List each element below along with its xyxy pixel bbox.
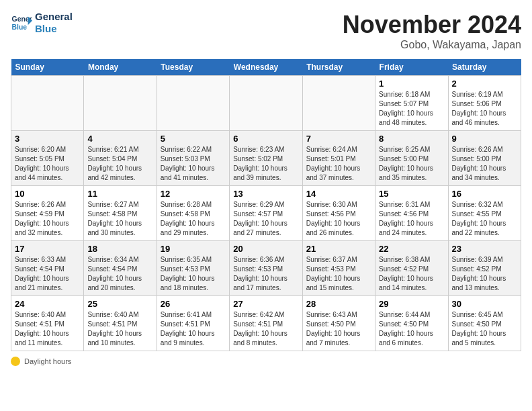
day-info-28: Sunrise: 6:43 AM Sunset: 4:50 PM Dayligh… (306, 310, 371, 348)
day-info-22: Sunrise: 6:38 AM Sunset: 4:52 PM Dayligh… (379, 255, 444, 293)
cell-4-2: 26Sunrise: 6:41 AM Sunset: 4:51 PM Dayli… (157, 296, 229, 351)
cell-3-5: 22Sunrise: 6:38 AM Sunset: 4:52 PM Dayli… (375, 241, 448, 296)
day-number-3: 3 (15, 134, 80, 144)
day-info-5: Sunrise: 6:22 AM Sunset: 5:03 PM Dayligh… (161, 145, 226, 183)
day-number-16: 16 (452, 189, 517, 199)
header-tuesday: Tuesday (157, 59, 229, 76)
day-info-17: Sunrise: 6:33 AM Sunset: 4:54 PM Dayligh… (15, 255, 80, 293)
day-number-14: 14 (306, 189, 371, 199)
day-info-11: Sunrise: 6:27 AM Sunset: 4:58 PM Dayligh… (87, 200, 152, 238)
calendar-body: 1Sunrise: 6:18 AM Sunset: 5:07 PM Daylig… (11, 76, 521, 351)
day-info-29: Sunrise: 6:44 AM Sunset: 4:50 PM Dayligh… (379, 310, 444, 348)
day-info-13: Sunrise: 6:29 AM Sunset: 4:57 PM Dayligh… (233, 200, 298, 238)
day-number-7: 7 (306, 134, 371, 144)
cell-2-5: 15Sunrise: 6:31 AM Sunset: 4:56 PM Dayli… (375, 186, 448, 241)
cell-0-1 (84, 76, 157, 131)
day-number-19: 19 (161, 244, 226, 254)
cell-4-4: 28Sunrise: 6:43 AM Sunset: 4:50 PM Dayli… (302, 296, 375, 351)
day-number-18: 18 (87, 244, 152, 254)
cell-1-1: 4Sunrise: 6:21 AM Sunset: 5:04 PM Daylig… (84, 131, 157, 186)
cell-1-0: 3Sunrise: 6:20 AM Sunset: 5:05 PM Daylig… (11, 131, 84, 186)
day-info-21: Sunrise: 6:37 AM Sunset: 4:53 PM Dayligh… (306, 255, 371, 293)
cell-0-5: 1Sunrise: 6:18 AM Sunset: 5:07 PM Daylig… (375, 76, 448, 131)
day-number-26: 26 (161, 299, 226, 309)
legend: Daylight hours (11, 357, 521, 366)
calendar-subtitle: Gobo, Wakayama, Japan (343, 39, 521, 51)
day-info-1: Sunrise: 6:18 AM Sunset: 5:07 PM Dayligh… (379, 90, 444, 128)
cell-2-0: 10Sunrise: 6:26 AM Sunset: 4:59 PM Dayli… (11, 186, 84, 241)
day-number-5: 5 (161, 134, 226, 144)
day-info-8: Sunrise: 6:25 AM Sunset: 5:00 PM Dayligh… (379, 145, 444, 183)
day-number-8: 8 (379, 134, 444, 144)
week-row-2: 3Sunrise: 6:20 AM Sunset: 5:05 PM Daylig… (11, 131, 521, 186)
header: General Blue General Blue November 2024 … (11, 11, 521, 51)
day-info-12: Sunrise: 6:28 AM Sunset: 4:58 PM Dayligh… (161, 200, 226, 238)
cell-0-6: 2Sunrise: 6:19 AM Sunset: 5:06 PM Daylig… (448, 76, 521, 131)
cell-3-4: 21Sunrise: 6:37 AM Sunset: 4:53 PM Dayli… (302, 241, 375, 296)
week-row-5: 24Sunrise: 6:40 AM Sunset: 4:51 PM Dayli… (11, 296, 521, 351)
cell-2-3: 13Sunrise: 6:29 AM Sunset: 4:57 PM Dayli… (230, 186, 302, 241)
day-info-19: Sunrise: 6:35 AM Sunset: 4:53 PM Dayligh… (161, 255, 226, 293)
day-info-20: Sunrise: 6:36 AM Sunset: 4:53 PM Dayligh… (233, 255, 298, 293)
day-info-25: Sunrise: 6:40 AM Sunset: 4:51 PM Dayligh… (87, 310, 152, 348)
cell-2-1: 11Sunrise: 6:27 AM Sunset: 4:58 PM Dayli… (84, 186, 157, 241)
calendar-table: Sunday Monday Tuesday Wednesday Thursday… (11, 59, 521, 351)
week-row-1: 1Sunrise: 6:18 AM Sunset: 5:07 PM Daylig… (11, 76, 521, 131)
legend-label: Daylight hours (24, 357, 71, 365)
header-friday: Friday (375, 59, 448, 76)
cell-1-6: 9Sunrise: 6:26 AM Sunset: 5:00 PM Daylig… (448, 131, 521, 186)
day-number-29: 29 (379, 299, 444, 309)
day-number-1: 1 (379, 79, 444, 89)
day-info-10: Sunrise: 6:26 AM Sunset: 4:59 PM Dayligh… (15, 200, 80, 238)
day-number-25: 25 (87, 299, 152, 309)
day-info-6: Sunrise: 6:23 AM Sunset: 5:02 PM Dayligh… (233, 145, 298, 183)
day-number-11: 11 (87, 189, 152, 199)
day-info-9: Sunrise: 6:26 AM Sunset: 5:00 PM Dayligh… (452, 145, 517, 183)
day-number-21: 21 (306, 244, 371, 254)
calendar-header: Sunday Monday Tuesday Wednesday Thursday… (11, 59, 521, 76)
cell-3-1: 18Sunrise: 6:34 AM Sunset: 4:54 PM Dayli… (84, 241, 157, 296)
day-number-22: 22 (379, 244, 444, 254)
day-number-17: 17 (15, 244, 80, 254)
header-thursday: Thursday (302, 59, 375, 76)
day-number-9: 9 (452, 134, 517, 144)
day-number-4: 4 (87, 134, 152, 144)
header-wednesday: Wednesday (230, 59, 302, 76)
day-info-18: Sunrise: 6:34 AM Sunset: 4:54 PM Dayligh… (87, 255, 152, 293)
legend-icon (11, 357, 20, 366)
cell-4-5: 29Sunrise: 6:44 AM Sunset: 4:50 PM Dayli… (375, 296, 448, 351)
day-info-3: Sunrise: 6:20 AM Sunset: 5:05 PM Dayligh… (15, 145, 80, 183)
day-info-23: Sunrise: 6:39 AM Sunset: 4:52 PM Dayligh… (452, 255, 517, 293)
day-number-12: 12 (161, 189, 226, 199)
day-number-27: 27 (233, 299, 298, 309)
svg-text:Blue: Blue (12, 24, 28, 31)
cell-1-2: 5Sunrise: 6:22 AM Sunset: 5:03 PM Daylig… (157, 131, 229, 186)
calendar-title: November 2024 (343, 11, 521, 39)
week-row-4: 17Sunrise: 6:33 AM Sunset: 4:54 PM Dayli… (11, 241, 521, 296)
day-number-24: 24 (15, 299, 80, 309)
cell-4-3: 27Sunrise: 6:42 AM Sunset: 4:51 PM Dayli… (230, 296, 302, 351)
cell-4-6: 30Sunrise: 6:45 AM Sunset: 4:50 PM Dayli… (448, 296, 521, 351)
header-sunday: Sunday (11, 59, 84, 76)
day-number-2: 2 (452, 79, 517, 89)
cell-2-6: 16Sunrise: 6:32 AM Sunset: 4:55 PM Dayli… (448, 186, 521, 241)
cell-3-2: 19Sunrise: 6:35 AM Sunset: 4:53 PM Dayli… (157, 241, 229, 296)
logo: General Blue General Blue (11, 11, 73, 35)
cell-4-0: 24Sunrise: 6:40 AM Sunset: 4:51 PM Dayli… (11, 296, 84, 351)
cell-3-6: 23Sunrise: 6:39 AM Sunset: 4:52 PM Dayli… (448, 241, 521, 296)
day-info-26: Sunrise: 6:41 AM Sunset: 4:51 PM Dayligh… (161, 310, 226, 348)
cell-0-3 (230, 76, 302, 131)
cell-1-5: 8Sunrise: 6:25 AM Sunset: 5:00 PM Daylig… (375, 131, 448, 186)
week-row-3: 10Sunrise: 6:26 AM Sunset: 4:59 PM Dayli… (11, 186, 521, 241)
cell-2-2: 12Sunrise: 6:28 AM Sunset: 4:58 PM Dayli… (157, 186, 229, 241)
day-number-10: 10 (15, 189, 80, 199)
cell-1-3: 6Sunrise: 6:23 AM Sunset: 5:02 PM Daylig… (230, 131, 302, 186)
day-number-13: 13 (233, 189, 298, 199)
header-row: Sunday Monday Tuesday Wednesday Thursday… (11, 59, 521, 76)
header-saturday: Saturday (448, 59, 521, 76)
day-number-30: 30 (452, 299, 517, 309)
day-info-27: Sunrise: 6:42 AM Sunset: 4:51 PM Dayligh… (233, 310, 298, 348)
logo-text-general: General (35, 11, 73, 23)
cell-0-0 (11, 76, 84, 131)
day-info-16: Sunrise: 6:32 AM Sunset: 4:55 PM Dayligh… (452, 200, 517, 238)
